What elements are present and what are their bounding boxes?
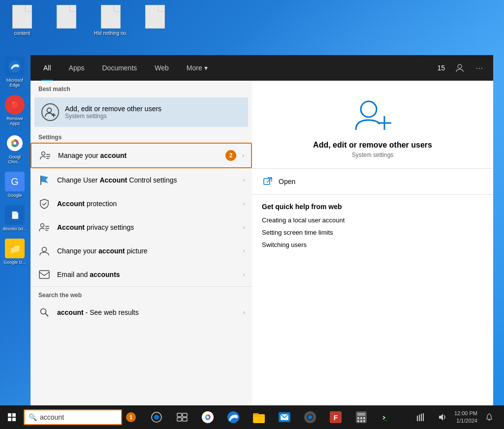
svg-rect-64: [423, 413, 424, 421]
edge-icon: [5, 57, 25, 76]
notification-icon[interactable]: [479, 407, 499, 427]
email-accounts-item[interactable]: Email and accounts ›: [31, 263, 252, 286]
svg-rect-28: [8, 413, 11, 417]
account-privacy-arrow: ›: [243, 224, 245, 231]
tab-web[interactable]: Web: [147, 55, 177, 81]
filezilla-taskbar-btn[interactable]: F: [325, 406, 346, 428]
svg-rect-34: [177, 413, 182, 417]
sidebar-app-remove[interactable]: 🔴 Remove Apps: [0, 92, 30, 128]
help-section: Get quick help from web Creating a local…: [252, 195, 493, 261]
svg-line-22: [45, 313, 48, 316]
help-link-3[interactable]: Switching users: [262, 241, 483, 248]
desktop-icons: content HId nothing no.: [5, 5, 172, 36]
open-icon: [262, 176, 274, 187]
docs-icon: G: [5, 172, 25, 191]
sidebar-app-drive[interactable]: 📁 Google D...: [1, 236, 29, 267]
left-panel: Best match Add, edit or remove other use…: [31, 81, 252, 405]
left-sidebar: Microsof Edge 🔴 Remove Apps Googl Chro..…: [0, 54, 30, 267]
tab-apps[interactable]: Apps: [61, 55, 93, 81]
sidebar-app-label-devotio: devotio txt...: [3, 226, 27, 231]
svg-rect-63: [421, 414, 422, 421]
best-match-item[interactable]: Add, edit or remove other users System s…: [34, 97, 248, 127]
account-picture-item[interactable]: Change your account picture ›: [31, 239, 252, 263]
volume-icon[interactable]: [433, 407, 452, 427]
tab-bar: All Apps Documents Web More ▾ 15 ···: [31, 55, 493, 81]
person-icon-btn[interactable]: [451, 59, 469, 77]
calc-taskbar-btn[interactable]: [350, 406, 372, 428]
tab-all[interactable]: All: [35, 55, 59, 81]
desktop-icon-label-1: content: [14, 31, 31, 36]
svg-rect-29: [12, 413, 16, 417]
taskbar-right: 12:00 PM 1/1/2024: [411, 407, 504, 427]
svg-rect-43: [253, 413, 259, 415]
svg-point-6: [458, 64, 462, 68]
svg-rect-58: [363, 420, 365, 422]
desktop-icon-3[interactable]: HId nothing no.: [94, 5, 128, 36]
chrome-taskbar-btn[interactable]: [197, 406, 219, 428]
edge-taskbar-btn[interactable]: [222, 406, 244, 428]
flag-icon: [37, 173, 51, 187]
manage-account-item[interactable]: Manage your account 2 ›: [31, 143, 252, 168]
uac-settings-item[interactable]: Change User Account Control settings ›: [31, 168, 252, 192]
remove-icon: 🔴: [5, 95, 25, 115]
desktop-icon-2[interactable]: [49, 5, 84, 36]
sidebar-app-chrome[interactable]: Googl Chro...: [0, 131, 30, 167]
camera-taskbar-btn[interactable]: [299, 406, 321, 428]
explorer-taskbar-btn[interactable]: [248, 406, 270, 428]
hero-person-add-icon: [353, 95, 392, 135]
sidebar-app-label-edge: Microsof Edge: [2, 78, 27, 88]
terminal-taskbar-btn[interactable]: _: [376, 406, 398, 428]
svg-rect-57: [360, 420, 362, 422]
best-match-subtitle: System settings: [65, 113, 161, 120]
svg-point-48: [308, 415, 312, 419]
web-section-header: Search the web: [31, 287, 252, 301]
right-panel: Add, edit or remove other users System s…: [252, 81, 493, 405]
taskbar: 🔍 account 1: [0, 405, 504, 429]
open-row[interactable]: Open: [252, 169, 493, 195]
tab-more[interactable]: More ▾: [179, 55, 216, 81]
svg-rect-36: [177, 418, 182, 421]
account-privacy-item[interactable]: Account privacy settings ›: [31, 215, 252, 239]
account-protection-text: Account protection: [57, 200, 237, 208]
sidebar-app-docs[interactable]: G Google: [2, 169, 27, 200]
svg-point-40: [207, 416, 209, 419]
shield-icon: [37, 197, 51, 211]
desktop-icon-img-3: [101, 5, 121, 29]
hero-subtitle: System settings: [352, 152, 394, 158]
open-label: Open: [279, 178, 295, 185]
svg-rect-53: [357, 417, 359, 419]
taskview-btn[interactable]: [171, 406, 193, 428]
network-icon[interactable]: [411, 407, 431, 427]
search-content: Best match Add, edit or remove other use…: [31, 81, 493, 405]
help-link-2[interactable]: Setting screen time limits: [262, 229, 483, 236]
outlook-taskbar-btn[interactable]: [274, 406, 295, 428]
email-accounts-arrow: ›: [243, 271, 245, 278]
svg-point-7: [47, 108, 52, 113]
help-link-1[interactable]: Creating a local user account: [262, 216, 483, 224]
svg-rect-62: [419, 415, 420, 421]
tab-documents[interactable]: Documents: [94, 55, 145, 81]
account-protection-item[interactable]: Account protection ›: [31, 192, 252, 215]
svg-rect-35: [183, 413, 187, 417]
account-protection-arrow: ›: [243, 200, 245, 207]
person-pic-icon: [37, 244, 51, 258]
best-match-header: Best match: [31, 81, 252, 95]
taskbar-search-box[interactable]: 🔍 account: [24, 409, 122, 425]
cortana-btn[interactable]: [146, 406, 167, 428]
web-search-item[interactable]: account - See web results ›: [31, 301, 252, 324]
start-button[interactable]: [0, 405, 24, 429]
more-icon-btn[interactable]: ···: [471, 59, 488, 77]
desktop-icon-1[interactable]: content: [5, 5, 39, 36]
desktop-icon-4[interactable]: [138, 5, 172, 36]
svg-rect-30: [8, 418, 11, 421]
svg-rect-31: [12, 418, 16, 421]
sidebar-app-devotio[interactable]: 📄 devotio txt...: [0, 203, 30, 234]
taskbar-center: F _: [146, 406, 398, 428]
manage-account-text: Manage your account: [58, 152, 220, 159]
email-icon: [37, 268, 51, 281]
devotio-icon: 📄: [5, 205, 25, 225]
sidebar-app-edge[interactable]: Microsof Edge: [0, 54, 30, 90]
clock[interactable]: 12:00 PM 1/1/2024: [454, 410, 477, 425]
uac-arrow: ›: [243, 177, 245, 184]
sidebar-app-label-drive: Google D...: [3, 260, 26, 265]
